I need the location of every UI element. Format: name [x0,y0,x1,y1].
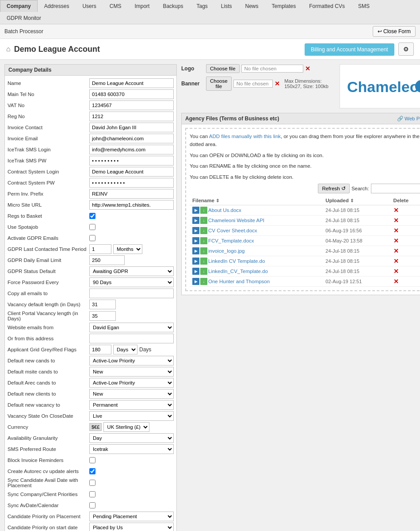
name-input[interactable] [89,78,174,88]
vacancy-state-closedate-select[interactable]: Live Closed Draft [89,411,174,421]
file-name-link[interactable]: One Hunter and Thompson [208,279,270,284]
uploaded-sort-icon[interactable]: ⇕ [350,198,354,203]
sync-avdate-calendar-checkbox[interactable] [89,502,95,508]
nav-tab-news[interactable]: News [239,0,265,12]
download-icon[interactable]: ↓ [200,278,207,285]
sync-candidate-avail-checkbox[interactable] [89,480,95,486]
or-from-this-address-input[interactable] [89,334,174,343]
default-arec-cands-select[interactable]: Active-Low Priority Active-High Priority… [89,378,174,388]
delete-icon[interactable]: ✕ [393,237,399,244]
download-icon[interactable]: ↓ [200,237,207,244]
banner-choose-file-button[interactable]: Choose file [206,77,232,91]
candidate-priority-start-select[interactable]: Placed by Us Active-High Priority Active… [89,523,174,531]
billing-button[interactable]: Billing and Account Management [305,43,394,56]
nav-tab-addresses[interactable]: Addresses [38,0,76,12]
open-icon[interactable]: ▶ [192,237,199,244]
delete-icon[interactable]: ✕ [393,258,399,265]
candidate-priority-placement-select[interactable]: Pending Placement Placed by Us Active-Hi… [89,512,174,521]
delete-icon[interactable]: ✕ [393,247,399,254]
open-icon[interactable]: ▶ [192,258,199,265]
nav-tab-templates[interactable]: Templates [265,0,303,12]
nav-tab-gdpr-monitor[interactable]: GDPR Monitor [0,12,48,24]
open-icon[interactable]: ▶ [192,227,199,234]
sync-company-client-priorities-checkbox[interactable] [89,491,95,497]
use-spotajob-checkbox[interactable] [89,224,95,230]
open-icon[interactable]: ▶ [192,268,199,275]
nav-tab-formatted-cvs[interactable]: Formatted CVs [302,0,351,12]
gdpr-status-default-select[interactable]: Awaiting GDPR GDPR Accepted GDPR Decline… [89,266,174,276]
gdpr-daily-email-limit-input[interactable] [89,255,125,265]
regs-to-basket-checkbox[interactable] [89,213,95,219]
file-name-link[interactable]: LinkedIn CV Template.do [208,258,265,264]
logo-clear-button[interactable]: ✕ [305,65,310,72]
download-icon[interactable]: ↓ [200,268,207,275]
open-icon[interactable]: ▶ [192,247,199,254]
delete-icon[interactable]: ✕ [393,227,399,234]
currency-select[interactable]: UK Sterling (£) US Dollar ($) Euro (€) [103,422,149,432]
vacancy-default-length-input[interactable] [89,300,116,309]
nav-tab-lists[interactable]: Lists [214,0,239,12]
website-emails-from-select[interactable]: David Egan [89,323,174,332]
open-icon[interactable]: ▶ [192,207,199,214]
force-password-select[interactable]: 90 Days 30 Days 60 Days Never [89,277,174,287]
gdpr-period-unit-select[interactable]: Months Days Weeks [113,244,142,254]
delete-icon[interactable]: ✕ [393,268,399,275]
block-invoice-reminders-checkbox[interactable] [89,457,95,463]
nav-tab-company[interactable]: Company [0,0,38,12]
contract-pw-input[interactable] [89,178,174,188]
applicant-grid-value-input[interactable] [89,345,111,354]
default-new-clients-select[interactable]: New Active [89,389,174,399]
nav-tab-users[interactable]: Users [76,0,103,12]
add-files-link[interactable]: ADD files manually with this link [209,134,281,139]
invoice-contact-input[interactable] [89,123,174,132]
perm-inv-prefix-input[interactable] [89,189,174,199]
file-name-link[interactable]: FCV_Template.docx [208,238,254,243]
download-icon[interactable]: ↓ [200,258,207,265]
file-name-link[interactable]: Chameleoni Website API [208,218,264,223]
download-icon[interactable]: ↓ [200,247,207,254]
file-name-link[interactable]: LinkedIn_CV_Template.do [208,269,268,274]
file-name-link[interactable]: invoice_logo.jpg [208,248,244,254]
download-icon[interactable]: ↓ [200,207,207,214]
client-portal-vacancy-input[interactable] [89,311,116,321]
settings-icon-button[interactable]: ⚙ [398,42,414,56]
contract-login-input[interactable] [89,167,174,177]
icetrak-sms-pw-input[interactable] [89,156,174,165]
delete-icon[interactable]: ✕ [393,278,399,285]
applicant-grid-unit-select[interactable]: Days [113,345,137,354]
availability-granularity-select[interactable]: Day Half Day Hour [89,433,174,443]
invoice-email-input[interactable] [89,134,174,143]
nav-tab-import[interactable]: Import [128,0,156,12]
delete-icon[interactable]: ✕ [393,217,399,224]
close-form-button[interactable]: ↩ Close Form [373,26,416,37]
logo-choose-file-button[interactable]: Choose file [206,64,240,73]
refresh-button[interactable]: Refresh ↺ [318,184,349,193]
icetrak-sms-login-input[interactable] [89,145,174,154]
search-input[interactable] [371,184,420,193]
create-autorec-cv-checkbox[interactable] [89,468,95,474]
filename-sort-icon[interactable]: ⇕ [216,198,219,203]
default-msite-cands-select[interactable]: New Active-Low Priority [89,367,174,377]
nav-tab-backups[interactable]: Backups [156,0,190,12]
main-tel-input[interactable] [89,89,174,99]
gdpr-period-value-input[interactable] [89,244,111,254]
banner-clear-button[interactable]: ✕ [275,80,280,87]
copy-all-emails-input[interactable] [89,289,174,298]
micro-site-url-input[interactable] [89,200,174,210]
open-icon[interactable]: ▶ [192,278,199,285]
nav-tab-cms[interactable]: CMS [103,0,128,12]
file-name-link[interactable]: About Us.docx [208,208,241,213]
open-icon[interactable]: ▶ [192,217,199,224]
vat-input[interactable] [89,100,174,110]
web-page-link[interactable]: 🔗 Web Page [397,115,420,122]
sms-preferred-route-select[interactable]: Icetrak Other [89,444,174,454]
nav-tab-tags[interactable]: Tags [190,0,214,12]
activate-gdpr-emails-checkbox[interactable] [89,235,95,241]
delete-icon[interactable]: ✕ [393,207,399,214]
reg-input[interactable] [89,112,174,121]
file-name-link[interactable]: CV Cover Sheet.docx [208,228,257,233]
default-new-cands-select[interactable]: Active-Low Priority Active-High Priority… [89,356,174,366]
download-icon[interactable]: ↓ [200,217,207,224]
default-new-vacancy-select[interactable]: Permanent Contract Temp [89,400,174,410]
nav-tab-sms[interactable]: SMS [351,0,376,12]
